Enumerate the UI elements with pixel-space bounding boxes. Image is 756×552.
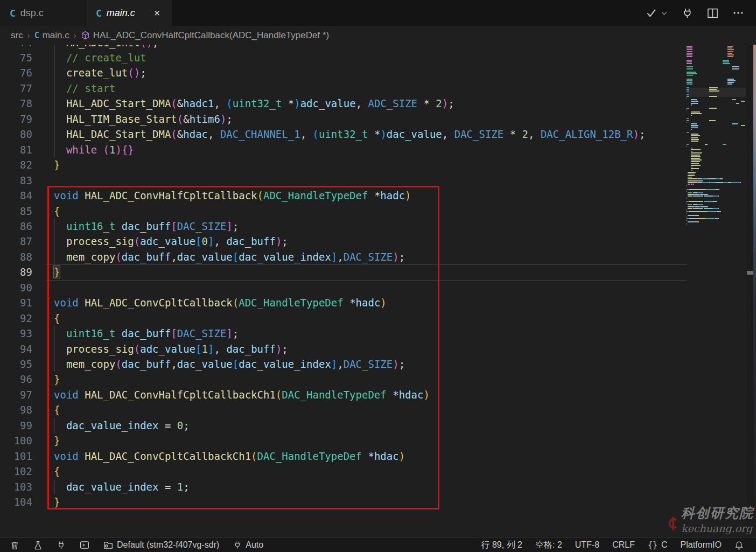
minimap-line [698, 215, 699, 216]
minimap-line [691, 170, 692, 171]
line-number: 103 [0, 479, 32, 495]
tab-dsp-c[interactable]: C dsp.c [0, 0, 86, 26]
tab-label: dsp.c [20, 8, 44, 19]
minimap-line [687, 79, 692, 80]
run-check-icon[interactable] [646, 7, 668, 19]
code-line-96: } [54, 372, 60, 387]
indentation[interactable]: 空格: 2 [530, 538, 567, 552]
minimap-line [702, 182, 709, 183]
minimap-line [687, 75, 693, 76]
plug-icon[interactable] [682, 8, 693, 19]
line-number: 78 [0, 96, 32, 111]
code-line-82: } [54, 157, 60, 173]
tab-bar: C dsp.c C main.c × [0, 0, 756, 26]
c-file-icon: C [96, 8, 102, 19]
line-number: 90 [0, 280, 32, 296]
flask-icon[interactable] [29, 538, 47, 552]
minimap-line [703, 204, 703, 205]
minimap-line [709, 120, 716, 121]
minimap-line [687, 72, 696, 73]
minimap-line [727, 83, 733, 85]
eol-sequence[interactable]: CRLF [607, 538, 640, 552]
line-number: 79 [0, 111, 32, 127]
minimap-line [694, 184, 694, 185]
chevron-down-icon [661, 10, 668, 17]
minimap-line [691, 99, 697, 100]
serial-port-selector[interactable]: Auto [228, 538, 268, 552]
more-actions-icon[interactable] [732, 7, 744, 19]
minimap-line [716, 178, 720, 179]
auto-label: Auto [246, 540, 263, 550]
minimap-line [687, 118, 689, 119]
code-line-77: // start [54, 81, 115, 96]
minimap-line [691, 129, 691, 130]
minimap-line [691, 139, 699, 140]
minimap-line [688, 182, 697, 183]
project-env-selector[interactable]: Default (stm32-f407vg-sdr) [99, 538, 224, 552]
minimap-line [717, 201, 717, 202]
plug-icon[interactable] [52, 538, 71, 552]
line-number: 104 [0, 494, 32, 510]
cursor-position[interactable]: 行 89, 列 2 [477, 538, 527, 552]
minimap-line [691, 103, 697, 104]
minimap-line [727, 56, 733, 57]
line-number: 97 [0, 387, 32, 403]
minimap-line [723, 182, 727, 183]
minimap-line [691, 161, 699, 162]
terminal-icon[interactable] [75, 538, 94, 552]
trash-icon[interactable] [5, 538, 24, 552]
code-line-86: uint16_t dac_buff[DAC_SIZE]; [54, 219, 239, 234]
minimap-line [698, 195, 703, 197]
status-bar-right: 行 89, 列 2 空格: 2 UTF-8 CRLF {} C Platform… [477, 538, 756, 552]
code-editor[interactable]: 74 MX_ADC1_Init();75 // create_lut76 cre… [0, 45, 756, 537]
code-line-74: MX_ADC1_Init(); [54, 45, 159, 51]
window-edge-artifact [753, 45, 756, 537]
minimap-line [704, 201, 713, 202]
minimap-line [691, 168, 699, 169]
minimap-line [727, 47, 733, 48]
minimap-line [691, 151, 692, 152]
minimap-line [719, 189, 719, 190]
line-number: 80 [0, 127, 32, 142]
line-number: 76 [0, 65, 32, 81]
minimap-line [732, 68, 739, 69]
line-number: 88 [0, 249, 32, 265]
minimap-line [687, 109, 687, 110]
minimap-line [687, 89, 689, 90]
line-number: 96 [0, 372, 32, 387]
minimap-line [698, 208, 703, 209]
code-line-91: void HAL_ADC_ConvCpltCallback(ADC_Handle… [54, 295, 387, 311]
split-editor-icon[interactable] [707, 8, 718, 19]
minimap-line [687, 189, 689, 190]
minimap-line [687, 144, 689, 145]
c-file-icon: C [34, 31, 39, 40]
minimap-line [741, 101, 745, 102]
tab-main-c[interactable]: C main.c × [86, 0, 172, 26]
encoding[interactable]: UTF-8 [570, 538, 604, 552]
breadcrumb-src[interactable]: src [11, 30, 23, 41]
minimap-line [688, 175, 694, 176]
minimap-line [687, 68, 693, 69]
minimap-line [691, 111, 699, 113]
minimap-line [688, 178, 697, 179]
minimap-line [687, 53, 692, 54]
minimap-line [691, 104, 691, 106]
minimap-line [709, 87, 718, 88]
minimap-line [691, 158, 699, 159]
breadcrumb-file[interactable]: C main.c [34, 30, 69, 41]
bell-icon[interactable] [730, 538, 748, 552]
minimap[interactable] [687, 45, 746, 537]
code-line-102: { [54, 464, 60, 479]
platformio-item[interactable]: PlatformIO [676, 538, 726, 552]
language-mode[interactable]: {} C [643, 538, 673, 552]
line-number: 83 [0, 173, 32, 188]
minimap-line [689, 201, 703, 202]
breadcrumb-symbol[interactable]: HAL_ADC_ConvHalfCpltCallback(ADC_HandleT… [81, 30, 329, 41]
line-number: 89 [0, 264, 32, 280]
close-icon[interactable]: × [152, 6, 163, 19]
minimap-line [709, 108, 717, 109]
minimap-line [687, 218, 689, 219]
minimap-line [688, 192, 692, 193]
minimap-line [688, 208, 692, 209]
minimap-line [713, 208, 717, 209]
